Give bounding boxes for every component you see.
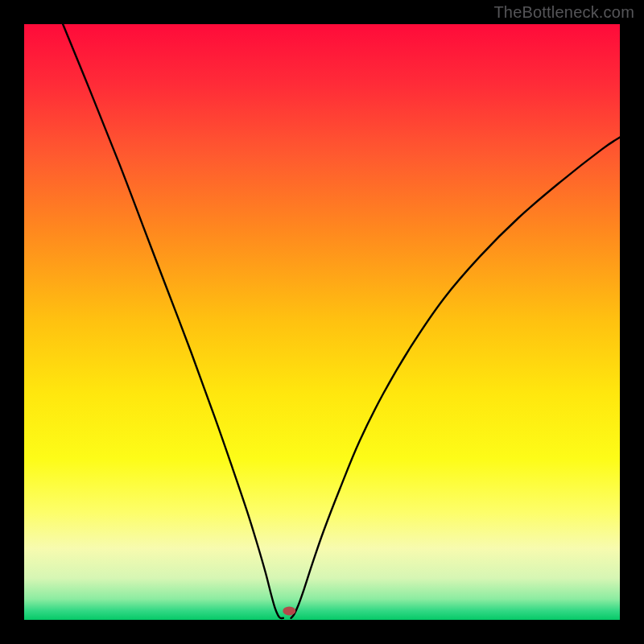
chart-container: TheBottleneck.com (0, 0, 644, 644)
watermark-text: TheBottleneck.com (493, 3, 634, 22)
bottleneck-marker (283, 606, 295, 615)
bottleneck-chart (0, 0, 644, 644)
plot-background (24, 24, 620, 620)
